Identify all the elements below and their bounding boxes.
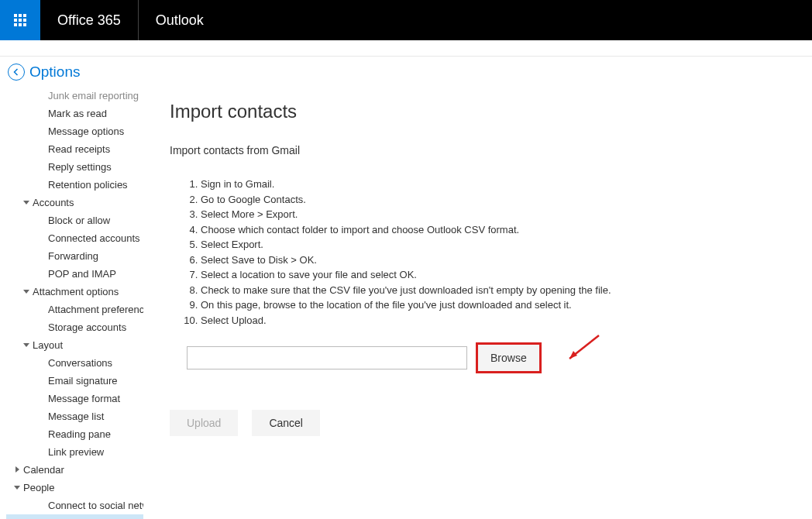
sidebar-item[interactable]: Message format xyxy=(6,390,143,407)
instruction-step: Go to Google Contacts. xyxy=(201,192,798,208)
page-title: Import contacts xyxy=(170,101,798,122)
sidebar-item[interactable]: Read receipts xyxy=(6,140,143,158)
sidebar-item[interactable]: Email signature xyxy=(6,372,143,390)
cancel-button[interactable]: Cancel xyxy=(252,410,320,436)
sidebar-section-header[interactable]: Attachment options xyxy=(6,283,143,301)
app-launcher-button[interactable] xyxy=(0,0,40,40)
sidebar-item[interactable]: Connect to social networks xyxy=(6,497,143,514)
instruction-step: Select Save to Disk > OK. xyxy=(201,253,798,268)
sidebar-item[interactable]: Retention policies xyxy=(6,176,143,194)
sidebar-item-label: People xyxy=(23,482,54,493)
main-panel: Import contacts Import contacts from Gma… xyxy=(143,87,812,519)
sidebar-item-label: Reply settings xyxy=(48,161,112,173)
instruction-step: Check to make sure that the CSV file you… xyxy=(201,283,798,298)
sidebar-item-label: Attachment options xyxy=(33,286,119,297)
page-subtitle: Import contacts from Gmail xyxy=(170,144,798,156)
sidebar-item-label: Message format xyxy=(48,393,120,404)
sidebar-item[interactable]: Reading pane xyxy=(6,425,143,443)
browse-button[interactable]: Browse xyxy=(478,345,539,371)
upload-button[interactable]: Upload xyxy=(170,410,238,436)
sidebar-item[interactable]: Mark as read xyxy=(6,105,143,122)
sidebar-item[interactable]: Attachment preferences xyxy=(6,301,143,318)
sidebar-item-label: Junk email reporting xyxy=(48,90,139,101)
sidebar-item-label: Layout xyxy=(33,339,63,351)
sidebar-item-label: Retention policies xyxy=(48,179,128,191)
sidebar-item-label: Reading pane xyxy=(48,428,111,440)
sidebar-item-label: Connect to social networks xyxy=(48,500,143,511)
sidebar-item[interactable]: Message list xyxy=(6,407,143,425)
sidebar-item[interactable]: Conversations xyxy=(6,354,143,372)
sidebar-item-label: Forwarding xyxy=(48,250,98,262)
sidebar-item-label: Read receipts xyxy=(48,143,110,155)
waffle-icon xyxy=(14,14,26,26)
brand-label[interactable]: Office 365 xyxy=(40,0,139,40)
instruction-step: Select a location to save your file and … xyxy=(201,267,798,283)
back-icon xyxy=(8,64,25,81)
sidebar-item[interactable]: POP and IMAP xyxy=(6,265,143,283)
instruction-list: Sign in to Gmail.Go to Google Contacts.S… xyxy=(193,177,798,328)
settings-sidebar: Junk email reportingMark as readMessage … xyxy=(0,87,143,519)
file-path-input[interactable] xyxy=(187,346,467,369)
sidebar-item-label: Accounts xyxy=(33,197,74,208)
app-name-label: Outlook xyxy=(139,0,221,40)
instruction-step: On this page, browse to the location of … xyxy=(201,297,798,313)
sidebar-item[interactable]: Connected accounts xyxy=(6,229,143,247)
svg-marker-1 xyxy=(569,351,577,359)
instruction-step: Select Upload. xyxy=(201,313,798,328)
sidebar-item-label: Email signature xyxy=(48,375,118,387)
sidebar-item-label: Message list xyxy=(48,411,104,422)
sidebar-item[interactable]: Reply settings xyxy=(6,158,143,176)
file-row: Browse xyxy=(187,345,798,371)
content-row: Junk email reportingMark as readMessage … xyxy=(0,87,812,519)
sidebar-item-label: POP and IMAP xyxy=(48,268,116,280)
sidebar-item-label: Attachment preferences xyxy=(48,304,143,315)
sidebar-item-label: Block or allow xyxy=(48,215,110,226)
options-back-bar[interactable]: Options xyxy=(0,56,812,87)
sidebar-section-header[interactable]: Layout xyxy=(6,336,143,354)
instruction-step: Select Export. xyxy=(201,237,798,253)
instruction-step: Sign in to Gmail. xyxy=(201,177,798,192)
sidebar-item-label: Storage accounts xyxy=(48,321,126,333)
sidebar-item[interactable]: Junk email reporting xyxy=(6,87,143,105)
instruction-step: Choose which contact folder to import an… xyxy=(201,222,798,238)
instruction-step: Select More > Export. xyxy=(201,207,798,222)
sidebar-item[interactable]: Message options xyxy=(6,122,143,140)
options-label: Options xyxy=(29,64,80,81)
sidebar-item[interactable]: Block or allow xyxy=(6,211,143,229)
sidebar-item-label: Link preview xyxy=(48,446,104,458)
sidebar-root-header[interactable]: Calendar xyxy=(6,461,143,479)
sidebar-section-header[interactable]: Accounts xyxy=(6,194,143,211)
sidebar-item[interactable]: Import contacts xyxy=(6,514,143,519)
annotation-arrow-icon xyxy=(560,331,607,369)
top-bar: Office 365 Outlook xyxy=(0,0,812,40)
button-row: Upload Cancel xyxy=(170,410,798,436)
sidebar-item[interactable]: Storage accounts xyxy=(6,318,143,336)
sidebar-item-label: Conversations xyxy=(48,357,112,369)
sidebar-item-label: Mark as read xyxy=(48,108,107,119)
sidebar-item[interactable]: Forwarding xyxy=(6,247,143,265)
sidebar-root-header[interactable]: People xyxy=(6,479,143,497)
sidebar-item-label: Calendar xyxy=(23,464,64,476)
sidebar-item-label: Connected accounts xyxy=(48,232,140,244)
sidebar-item[interactable]: Link preview xyxy=(6,443,143,461)
sidebar-item-label: Message options xyxy=(48,125,124,137)
